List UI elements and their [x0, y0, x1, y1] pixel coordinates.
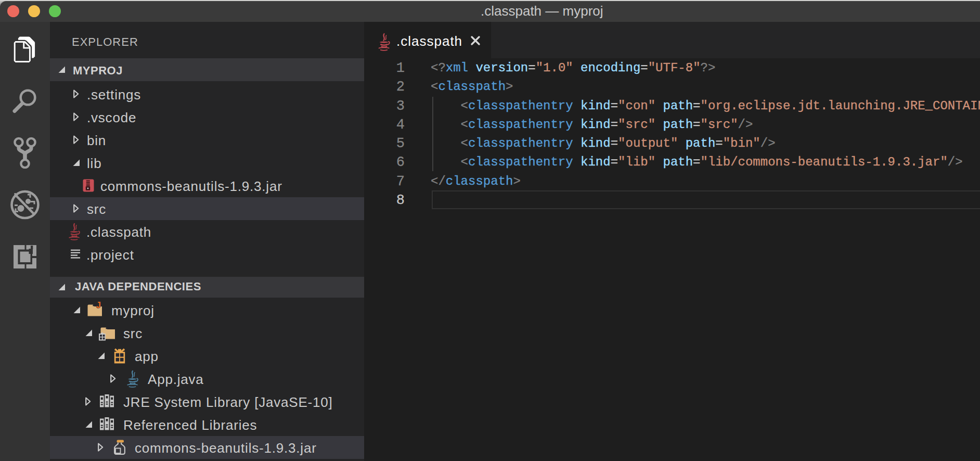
- svg-text:J: J: [96, 301, 101, 310]
